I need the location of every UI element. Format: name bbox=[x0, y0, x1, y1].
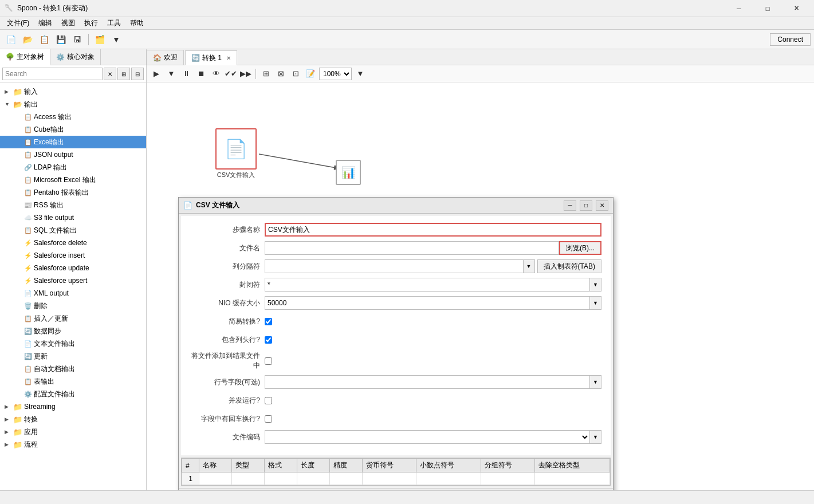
newline-checkbox[interactable] bbox=[265, 415, 272, 423]
tree-node-insertu[interactable]: 📋 插入／更新 bbox=[0, 312, 146, 325]
canvas-area[interactable]: 📄 CSV文件输入 📊 bbox=[147, 82, 814, 490]
tree-node-sfupsert[interactable]: ⚡ Salesforce upsert bbox=[0, 274, 146, 287]
browse-button[interactable]: 浏览(B)... bbox=[559, 241, 601, 255]
tree-node-excel[interactable]: 📋 Excel输出 bbox=[0, 136, 146, 148]
search-expand-button[interactable]: ⊞ bbox=[117, 68, 130, 80]
rownumfield-input[interactable] bbox=[265, 375, 590, 389]
encoding-dropdown[interactable]: ▼ bbox=[590, 430, 601, 444]
modal-minimize-button[interactable]: ─ bbox=[564, 200, 576, 211]
tree-node-streaming[interactable]: ▶ 📁 Streaming bbox=[0, 400, 146, 413]
modal-maximize-button[interactable]: □ bbox=[580, 200, 592, 211]
check-button[interactable]: ✔✔ bbox=[225, 68, 237, 80]
insert-tab-button[interactable]: 插入制表符(TAB) bbox=[537, 259, 601, 273]
tree-node-ldap[interactable]: 🔗 LDAP 输出 bbox=[0, 161, 146, 174]
zoom-select[interactable]: 100% 50% 75% 150% 200% bbox=[319, 68, 352, 80]
tree-node-input[interactable]: ▶ 📁 输入 bbox=[0, 85, 146, 98]
tree-node-sfdelete[interactable]: ⚡ Salesforce delete bbox=[0, 237, 146, 249]
tree-node-delete[interactable]: 🗑️ 删除 bbox=[0, 300, 146, 312]
tree-node-s3[interactable]: ☁️ S3 file output bbox=[0, 211, 146, 224]
align-button[interactable]: ⊡ bbox=[289, 68, 302, 80]
tree-container[interactable]: ▶ 📁 输入 ▼ 📂 输出 📋 Access 输出 📋 Cube bbox=[0, 83, 146, 490]
delimiter-dropdown[interactable]: ▼ bbox=[524, 259, 535, 273]
run-button[interactable]: ▶ bbox=[150, 68, 163, 80]
tree-node-rss[interactable]: 📰 RSS 输出 bbox=[0, 199, 146, 211]
run-dropdown[interactable]: ▼ bbox=[165, 68, 178, 80]
toolbar-saveas[interactable]: 🖫 bbox=[70, 32, 85, 47]
enclosure-dropdown[interactable]: ▼ bbox=[590, 278, 601, 292]
tree-label: 表输出 bbox=[34, 377, 54, 387]
parallel-checkbox[interactable] bbox=[265, 397, 272, 404]
form-row-rownumfield: 行号字段(可选) ▼ bbox=[190, 375, 601, 389]
toolbar-layers[interactable]: 🗂️ bbox=[92, 32, 107, 47]
tree-node-configout[interactable]: ⚙️ 配置文件输出 bbox=[0, 388, 146, 400]
tree-node-output[interactable]: ▼ 📂 输出 bbox=[0, 98, 146, 111]
search-collapse-button[interactable]: ⊟ bbox=[131, 68, 144, 80]
toolbar-dropdown[interactable]: ▼ bbox=[109, 32, 124, 47]
tree-node-transform[interactable]: ▶ 📁 转换 bbox=[0, 413, 146, 426]
tree-node-pentaho[interactable]: 📋 Pentaho 报表输出 bbox=[0, 186, 146, 199]
niobuffer-dropdown[interactable]: ▼ bbox=[590, 296, 601, 310]
menu-file[interactable]: 文件(F) bbox=[2, 17, 34, 29]
menu-edit[interactable]: 编辑 bbox=[34, 17, 57, 29]
includeheader-checkbox[interactable] bbox=[265, 336, 272, 344]
stepname-input[interactable] bbox=[265, 223, 601, 237]
encoding-select[interactable]: UTF-8 GBK GB2312 bbox=[265, 430, 590, 444]
delimiter-input[interactable] bbox=[265, 259, 524, 273]
tree-node-sfupdate[interactable]: ⚡ Salesforce update bbox=[0, 262, 146, 274]
pause-button[interactable]: ⏸ bbox=[180, 68, 192, 80]
tree-node-msexcel[interactable]: 📋 Microsoft Excel 输出 bbox=[0, 174, 146, 186]
node-excel-out[interactable]: 📊 bbox=[336, 160, 361, 185]
toolbar-new[interactable]: 📄 bbox=[3, 32, 18, 47]
toolbar-save[interactable]: 💾 bbox=[53, 32, 68, 47]
tree-node-tableout[interactable]: 📋 表输出 bbox=[0, 375, 146, 388]
tab-close-icon[interactable]: ✕ bbox=[226, 55, 231, 61]
file-icon: 🔄 bbox=[24, 328, 32, 335]
lazyconvert-checkbox[interactable] bbox=[265, 318, 272, 325]
tab-welcome[interactable]: 🏠 欢迎 bbox=[147, 50, 184, 65]
toolbar-save-all[interactable]: 📋 bbox=[37, 32, 52, 47]
rownumfield-dropdown[interactable]: ▼ bbox=[590, 375, 601, 389]
minimize-button[interactable]: ─ bbox=[726, 0, 752, 17]
tree-node-datasync[interactable]: 🔄 数据同步 bbox=[0, 325, 146, 337]
tree-node-flow[interactable]: ▶ 📁 流程 bbox=[0, 438, 146, 451]
tree-node-access[interactable]: 📋 Access 输出 bbox=[0, 111, 146, 123]
tree-node-update[interactable]: 🔄 更新 bbox=[0, 350, 146, 363]
stop-button[interactable]: ⏹ bbox=[195, 68, 207, 80]
niobuffer-input[interactable] bbox=[265, 296, 590, 310]
folder-icon: 📁 bbox=[13, 88, 22, 96]
toolbar-open[interactable]: 📂 bbox=[20, 32, 35, 47]
tree-node-json[interactable]: 📋 JSON output bbox=[0, 148, 146, 161]
tree-node-apply[interactable]: ▶ 📁 应用 bbox=[0, 426, 146, 438]
zoom-dropdown[interactable]: ▼ bbox=[354, 68, 367, 80]
filename-input[interactable] bbox=[265, 241, 559, 255]
tree-node-sfinsert[interactable]: ⚡ Salesforce insert bbox=[0, 249, 146, 262]
node-csv-input[interactable]: 📄 CSV文件输入 bbox=[215, 128, 257, 179]
tab-main-tree[interactable]: 🌳 主对象树 bbox=[0, 49, 50, 65]
tab-transform1[interactable]: 🔄 转换 1 ✕ bbox=[185, 50, 237, 65]
addtoresult-checkbox[interactable] bbox=[265, 357, 272, 365]
note-button[interactable]: 📝 bbox=[304, 68, 317, 80]
tree-node-autofile[interactable]: 📋 自动文档输出 bbox=[0, 363, 146, 375]
tree-node-cube[interactable]: 📋 Cube输出 bbox=[0, 123, 146, 136]
tab-core-objects[interactable]: ⚙️ 核心对象 bbox=[50, 49, 101, 65]
snap-button[interactable]: ⊞ bbox=[259, 68, 272, 80]
preview-button[interactable]: 👁 bbox=[210, 68, 222, 80]
connect-button[interactable]: Connect bbox=[770, 33, 811, 46]
menu-tools[interactable]: 工具 bbox=[103, 17, 125, 29]
run-alt-button[interactable]: ▶▶ bbox=[239, 68, 252, 80]
tree-node-textout[interactable]: 📄 文本文件输出 bbox=[0, 337, 146, 350]
tree-label: 数据同步 bbox=[34, 326, 61, 336]
menu-help[interactable]: 帮助 bbox=[125, 17, 148, 29]
tree-node-xmlout[interactable]: 📄 XML output bbox=[0, 287, 146, 300]
tree-node-sql[interactable]: 📋 SQL 文件输出 bbox=[0, 224, 146, 237]
enclosure-input[interactable] bbox=[265, 278, 590, 292]
search-clear-button[interactable]: ✕ bbox=[104, 68, 116, 80]
modal-close-button[interactable]: ✕ bbox=[596, 200, 608, 211]
search-input[interactable] bbox=[2, 68, 103, 80]
menu-view[interactable]: 视图 bbox=[57, 17, 80, 29]
maximize-button[interactable]: □ bbox=[754, 0, 781, 17]
grid-button[interactable]: ⊠ bbox=[274, 68, 287, 80]
close-button[interactable]: ✕ bbox=[783, 0, 809, 17]
menu-run[interactable]: 执行 bbox=[80, 17, 103, 29]
tree-label: 文本文件输出 bbox=[34, 339, 75, 349]
